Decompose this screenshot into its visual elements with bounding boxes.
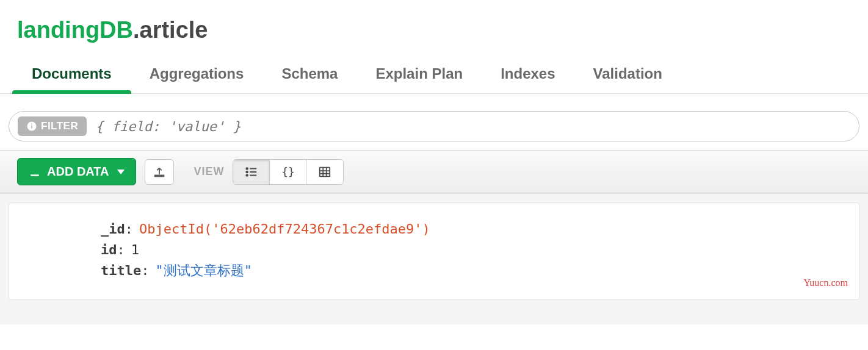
filter-container: FILTER (9, 111, 859, 141)
document-field-row: title: "测试文章标题" (101, 260, 842, 281)
field-value-string: "测试文章标题" (155, 260, 252, 281)
field-value-objectid: ObjectId('62eb62df724367c1c2efdae9') (139, 219, 430, 240)
field-key: _id (101, 219, 125, 240)
svg-rect-9 (320, 167, 330, 176)
add-data-label: ADD DATA (47, 165, 109, 179)
tab-aggregations[interactable]: Aggregations (150, 55, 244, 93)
view-mode-group: {} (233, 159, 344, 185)
upload-icon (153, 165, 166, 179)
svg-point-5 (246, 174, 248, 176)
filter-bar: FILTER (0, 94, 868, 150)
view-label: VIEW (193, 165, 224, 178)
namespace-title: landingDB.article (17, 17, 851, 43)
info-icon (26, 121, 37, 132)
document-field-row: _id: ObjectId('62eb62df724367c1c2efdae9'… (101, 219, 842, 240)
collection-name: .article (133, 17, 208, 43)
documents-area: _id: ObjectId('62eb62df724367c1c2efdae9'… (0, 193, 868, 324)
tab-explain-plan[interactable]: Explain Plan (375, 55, 463, 93)
svg-rect-2 (31, 124, 32, 125)
tab-documents[interactable]: Documents (32, 55, 112, 93)
tabs-bar: Documents Aggregations Schema Explain Pl… (0, 55, 868, 94)
toolbar: ADD DATA VIEW {} (0, 150, 868, 193)
filter-label-text: FILTER (41, 120, 78, 132)
tab-validation[interactable]: Validation (593, 55, 662, 93)
add-data-button[interactable]: ADD DATA (17, 158, 136, 185)
braces-icon: {} (281, 165, 295, 178)
database-name: landingDB (17, 17, 133, 43)
field-value-number: 1 (131, 240, 139, 260)
field-key: title (101, 260, 141, 281)
namespace-header: landingDB.article (0, 0, 868, 55)
svg-point-4 (246, 171, 248, 173)
tab-schema[interactable]: Schema (281, 55, 338, 93)
field-key: id (101, 240, 117, 260)
document-card[interactable]: _id: ObjectId('62eb62df724367c1c2efdae9'… (9, 202, 859, 300)
filter-label-pill[interactable]: FILTER (18, 116, 87, 136)
filter-input[interactable] (95, 119, 850, 134)
view-json-button[interactable]: {} (270, 160, 306, 184)
chevron-down-icon (117, 170, 125, 174)
table-icon (318, 165, 331, 179)
download-icon (29, 166, 41, 178)
tab-indexes[interactable]: Indexes (501, 55, 555, 93)
import-button[interactable] (145, 159, 174, 185)
view-list-button[interactable] (233, 160, 270, 184)
svg-rect-1 (31, 126, 32, 129)
view-table-button[interactable] (306, 160, 343, 184)
list-icon (245, 165, 258, 179)
watermark: Yuucn.com (804, 276, 848, 291)
document-field-row: id: 1 (101, 240, 842, 260)
svg-point-3 (246, 168, 248, 170)
